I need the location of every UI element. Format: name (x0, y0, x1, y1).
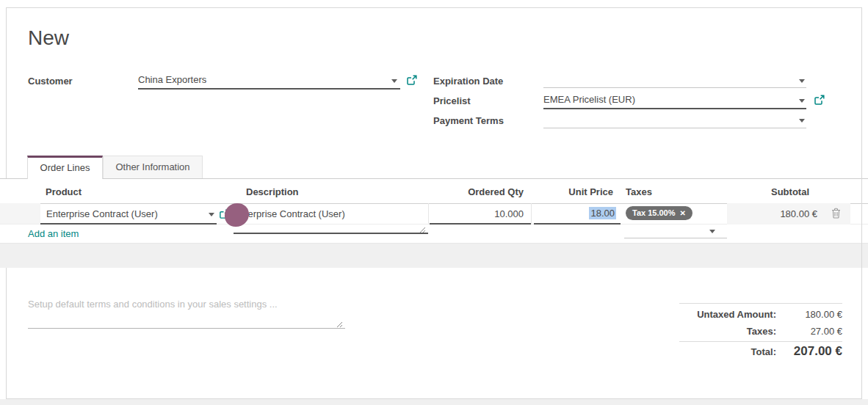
card-border-left-lower (6, 268, 7, 399)
delete-line-trash-icon[interactable] (831, 208, 841, 219)
product-dropdown-caret[interactable] (209, 213, 214, 216)
tab-other-information[interactable]: Other Information (103, 156, 203, 178)
col-header-description[interactable]: Description (246, 186, 299, 197)
unit-price-selected-text: 18.00 (589, 207, 616, 219)
card-border-left-upper (6, 7, 7, 179)
col-header-product[interactable]: Product (46, 186, 82, 197)
page-title: New (28, 26, 69, 50)
list-footer-band (0, 243, 868, 268)
pricelist-external-link-icon[interactable] (814, 95, 825, 106)
col-header-ordered-qty[interactable]: Ordered Qty (430, 186, 524, 197)
description-resize-handle-icon[interactable] (419, 227, 426, 233)
ordered-qty-underline (430, 223, 531, 225)
pricelist-label: Pricelist (433, 95, 471, 106)
product-input[interactable]: Enterprise Contract (User) (46, 208, 158, 219)
unit-price-underline (534, 223, 621, 225)
tax-tag-remove-icon[interactable]: ✕ (680, 209, 686, 217)
taxes-empty-input-underline (624, 238, 727, 238)
untaxed-amount-value: 180.00 € (775, 309, 842, 320)
tab-other-information-label: Other Information (115, 161, 189, 172)
totals-separator (679, 341, 842, 342)
description-cell-border (428, 203, 429, 225)
customer-label: Customer (28, 76, 73, 87)
product-underline (40, 223, 217, 225)
taxes-total-label: Taxes: (679, 326, 776, 337)
total-label: Total: (679, 346, 776, 357)
pricelist-underline (543, 108, 806, 109)
customer-input[interactable]: China Exporters (138, 74, 388, 85)
qty-cell-border (531, 203, 532, 225)
description-underline (234, 233, 428, 234)
terms-resize-handle-icon[interactable] (336, 321, 343, 328)
tab-order-lines[interactable]: Order Lines (27, 156, 103, 179)
ordered-qty-input[interactable]: 10.000 (430, 208, 524, 219)
payment-terms-dropdown-caret[interactable] (799, 119, 805, 123)
taxes-dropdown-caret[interactable] (709, 230, 715, 233)
expiration-date-label: Expiration Date (433, 76, 503, 87)
tab-order-lines-label: Order Lines (40, 162, 90, 173)
expiration-date-dropdown-caret[interactable] (799, 79, 805, 83)
pricelist-dropdown-caret[interactable] (799, 99, 805, 103)
order-lines-table: Product Description Ordered Qty Unit Pri… (0, 179, 868, 268)
payment-terms-label: Payment Terms (433, 115, 504, 126)
totals-top-border (679, 303, 842, 304)
sale-order-form: New Customer China Exporters Expiration … (0, 0, 868, 405)
card-border-bottom (6, 398, 862, 399)
payment-terms-underline (543, 128, 806, 128)
expiration-date-underline (543, 87, 806, 88)
col-header-taxes[interactable]: Taxes (626, 186, 652, 197)
row-handle-cell[interactable] (0, 203, 40, 225)
total-value: 207.00 € (775, 344, 842, 359)
terms-textarea[interactable]: Setup default terms and conditions in yo… (28, 299, 469, 310)
pricelist-input[interactable]: EMEA Pricelist (EUR) (543, 94, 786, 105)
col-header-unit-price[interactable]: Unit Price (534, 186, 613, 197)
page-background-strip (0, 399, 868, 405)
terms-underline (28, 328, 345, 329)
tax-tag[interactable]: Tax 15.00%✕ (626, 206, 692, 220)
col-header-subtotal[interactable]: Subtotal (727, 186, 809, 197)
unit-price-input[interactable]: 18.00 (534, 208, 616, 219)
tax-tag-label: Tax 15.00% (632, 208, 676, 217)
description-textarea[interactable]: Enterprise Contract (User) (234, 208, 345, 219)
card-border-top (6, 7, 862, 8)
add-an-item-link[interactable]: Add an item (28, 228, 79, 239)
customer-underline (138, 88, 400, 90)
subtotal-value: 180.00 € (727, 208, 817, 219)
taxes-total-value: 27.00 € (775, 326, 842, 337)
card-border-right (861, 7, 862, 399)
customer-dropdown-caret[interactable] (391, 79, 397, 83)
untaxed-amount-label: Untaxed Amount: (679, 309, 776, 320)
customer-external-link-icon[interactable] (406, 75, 417, 86)
